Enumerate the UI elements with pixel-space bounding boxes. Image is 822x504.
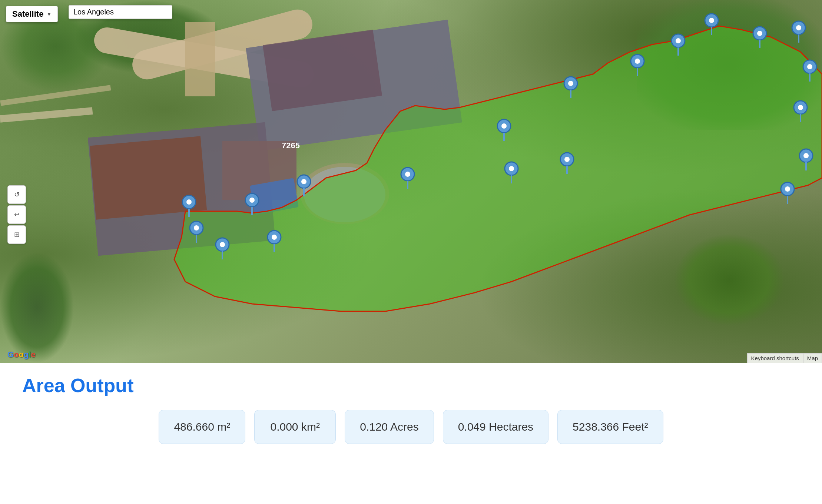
metric-card-sq-meters: 486.660 m²	[159, 410, 245, 444]
layers-icon: ⊞	[14, 231, 20, 239]
metric-card-acres: 0.120 Acres	[345, 410, 434, 444]
output-section: Area Output 486.660 m²0.000 km²0.120 Acr…	[0, 363, 822, 459]
metric-card-hectares: 0.049 Hectares	[443, 410, 548, 444]
redo-button[interactable]: ↩	[7, 205, 26, 224]
map-container: 7265 Satellite ▼ ↺ ↩ ⊞ Google Keyboard s…	[0, 0, 822, 363]
metric-card-sq-feet: 5238.366 Feet²	[557, 410, 663, 444]
map-link[interactable]: Map	[803, 353, 822, 363]
satellite-label: Satellite	[12, 9, 43, 19]
undo-button[interactable]: ↺	[7, 185, 26, 204]
map-footer: Keyboard shortcuts Map	[747, 353, 822, 363]
undo-icon: ↺	[14, 190, 20, 199]
map-controls: ↺ ↩ ⊞	[7, 185, 26, 244]
metric-card-sq-km: 0.000 km²	[254, 410, 336, 444]
chevron-down-icon: ▼	[46, 11, 52, 17]
area-output-title: Area Output	[22, 374, 800, 397]
layers-button[interactable]: ⊞	[7, 225, 26, 244]
google-logo: Google	[7, 350, 36, 359]
metrics-row: 486.660 m²0.000 km²0.120 Acres0.049 Hect…	[22, 410, 800, 444]
redo-icon: ↩	[14, 210, 20, 219]
location-search-input[interactable]	[69, 5, 172, 19]
keyboard-shortcuts-link[interactable]: Keyboard shortcuts	[747, 353, 803, 363]
satellite-toggle[interactable]: Satellite ▼	[6, 6, 58, 22]
